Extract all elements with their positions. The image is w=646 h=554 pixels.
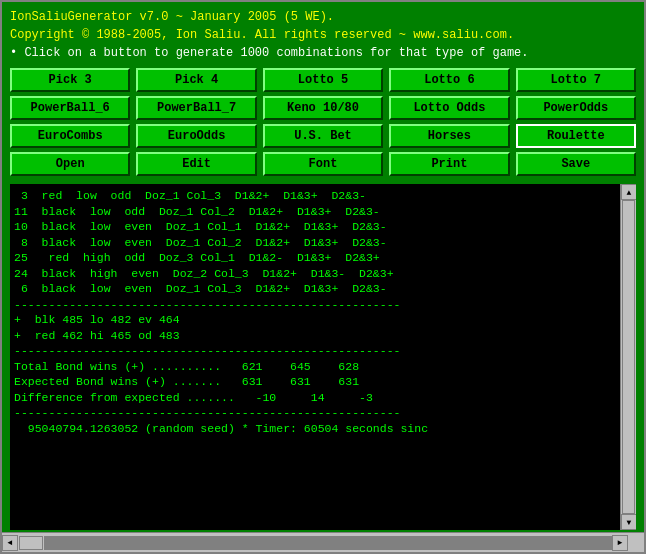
lotto7-button[interactable]: Lotto 7 (516, 68, 636, 92)
button-row-3: EuroCombs EuroOdds U.S. Bet Horses Roule… (10, 124, 636, 148)
font-button[interactable]: Font (263, 152, 383, 176)
roulette-button[interactable]: Roulette (516, 124, 636, 148)
scroll-thumb[interactable] (622, 200, 635, 514)
euro-odds-button[interactable]: EuroOdds (136, 124, 256, 148)
lotto-odds-button[interactable]: Lotto Odds (389, 96, 509, 120)
scroll-down-arrow[interactable]: ▼ (621, 514, 636, 530)
powerball6-button[interactable]: PowerBall_6 (10, 96, 130, 120)
scroll-h-thumb[interactable] (19, 536, 43, 550)
title-bar: IonSaliuGenerator v7.0 ~ January 2005 (5… (2, 2, 644, 64)
buttons-section: Pick 3 Pick 4 Lotto 5 Lotto 6 Lotto 7 Po… (2, 64, 644, 180)
lotto5-button[interactable]: Lotto 5 (263, 68, 383, 92)
edit-button[interactable]: Edit (136, 152, 256, 176)
open-button[interactable]: Open (10, 152, 130, 176)
us-bet-button[interactable]: U.S. Bet (263, 124, 383, 148)
pick3-button[interactable]: Pick 3 (10, 68, 130, 92)
save-button[interactable]: Save (516, 152, 636, 176)
euro-combs-button[interactable]: EuroCombs (10, 124, 130, 148)
title-line3: • Click on a button to generate 1000 com… (10, 44, 636, 62)
vertical-scrollbar[interactable]: ▲ ▼ (620, 184, 636, 530)
power-odds-button[interactable]: PowerOdds (516, 96, 636, 120)
title-line2: Copyright © 1988-2005, Ion Saliu. All ri… (10, 26, 636, 44)
print-button[interactable]: Print (389, 152, 509, 176)
output-area: 3 red low odd Doz_1 Col_3 D1&2+ D1&3+ D2… (10, 184, 636, 530)
powerball7-button[interactable]: PowerBall_7 (136, 96, 256, 120)
keno-button[interactable]: Keno 10/80 (263, 96, 383, 120)
scroll-up-arrow[interactable]: ▲ (621, 184, 636, 200)
statusbar: ◄ ► (2, 532, 644, 552)
button-row-1: Pick 3 Pick 4 Lotto 5 Lotto 6 Lotto 7 (10, 68, 636, 92)
pick4-button[interactable]: Pick 4 (136, 68, 256, 92)
horses-button[interactable]: Horses (389, 124, 509, 148)
scroll-h-track (44, 536, 612, 550)
scroll-right-arrow[interactable]: ► (612, 535, 628, 551)
scroll-left-arrow[interactable]: ◄ (2, 535, 18, 551)
output-text: 3 red low odd Doz_1 Col_3 D1&2+ D1&3+ D2… (10, 184, 620, 530)
main-window: IonSaliuGenerator v7.0 ~ January 2005 (5… (0, 0, 646, 554)
lotto6-button[interactable]: Lotto 6 (389, 68, 509, 92)
button-row-4: Open Edit Font Print Save (10, 152, 636, 176)
horizontal-scrollbar[interactable]: ◄ ► (2, 534, 628, 552)
title-line1: IonSaliuGenerator v7.0 ~ January 2005 (5… (10, 8, 636, 26)
button-row-2: PowerBall_6 PowerBall_7 Keno 10/80 Lotto… (10, 96, 636, 120)
scrollbar-corner (628, 534, 644, 552)
